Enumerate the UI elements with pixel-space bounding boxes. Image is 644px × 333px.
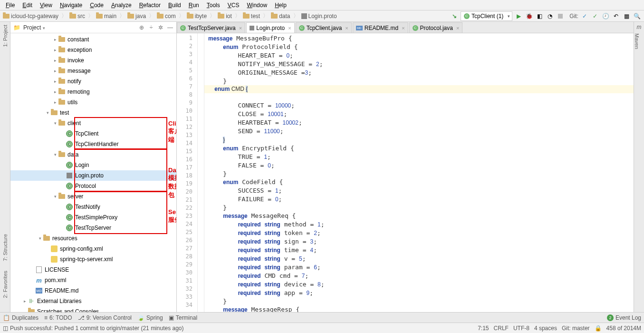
crumb-file[interactable]: Login.proto xyxy=(301,13,337,20)
tree-row-testtcpserver[interactable]: ▸CTestTcpServer xyxy=(10,223,176,233)
status-indent[interactable]: 4 spaces xyxy=(534,325,557,332)
menu-view[interactable]: View xyxy=(36,1,56,10)
tree-row-client[interactable]: ▾client xyxy=(10,118,176,128)
tree-row-protocol[interactable]: ▸CProtocol xyxy=(10,181,176,191)
crumb-root[interactable]: icloud-tcp-gateway〉 xyxy=(3,12,68,20)
status-memory[interactable]: 458 of 2014M xyxy=(606,325,641,332)
vcs-commit-button[interactable]: ✓ xyxy=(591,12,599,20)
vcs-update-button[interactable]: ✓ xyxy=(580,12,589,20)
menu-file[interactable]: File xyxy=(2,1,19,10)
tool-structure[interactable]: 7: Structure xyxy=(2,234,8,261)
run-button[interactable]: ▶ xyxy=(514,12,523,20)
crumb-src[interactable]: src〉 xyxy=(69,12,95,20)
tree-arrow-icon[interactable]: ▸ xyxy=(52,100,58,105)
crumb-test[interactable]: test〉 xyxy=(243,12,270,20)
crumb-data[interactable]: data〉 xyxy=(271,12,300,20)
status-window-icon[interactable]: ◫ xyxy=(3,325,8,332)
hide-icon[interactable]: — xyxy=(167,24,173,31)
tab-readme-md[interactable]: MDREADME.md× xyxy=(353,22,408,33)
crumb-java[interactable]: java〉 xyxy=(127,12,156,20)
code-area[interactable]: message MessageBufPro { enum ProtocolFie… xyxy=(204,33,634,322)
tree-row-constant[interactable]: ▸constant xyxy=(10,34,176,45)
tree-row-remoting[interactable]: ▸remoting xyxy=(10,87,176,97)
tree-arrow-icon[interactable]: ▾ xyxy=(52,152,58,157)
debug-button[interactable]: 🐞 xyxy=(525,12,533,20)
project-tree[interactable]: ▸constant▸exception▸invoke▸message▸notif… xyxy=(10,33,176,322)
tree-row-testnotify[interactable]: ▸CTestNotify xyxy=(10,202,176,212)
tool-terminal[interactable]: ▣ Terminal xyxy=(169,314,197,321)
tree-row-external-libraries[interactable]: ▸⊪External Libraries xyxy=(10,296,176,306)
menu-vcs[interactable]: VCS xyxy=(224,1,243,10)
tab-protocol-java[interactable]: CProtocol.java× xyxy=(409,22,463,33)
vcs-revert-button[interactable]: ↶ xyxy=(612,12,620,20)
tree-arrow-icon[interactable]: ▸ xyxy=(52,69,58,73)
tool-duplicates[interactable]: 📋 Duplicates xyxy=(3,314,38,321)
coverage-button[interactable]: ◧ xyxy=(535,12,544,20)
tree-arrow-icon[interactable]: ▸ xyxy=(22,299,28,304)
status-branch[interactable]: Git: master xyxy=(562,325,590,332)
close-icon[interactable]: × xyxy=(288,25,291,31)
menu-code[interactable]: Code xyxy=(86,1,107,10)
project-structure-button[interactable]: ▦ xyxy=(622,12,631,20)
project-panel-title[interactable]: Project ▾ xyxy=(23,24,135,31)
tab-tcpclient-java[interactable]: CTcpClient.java× xyxy=(296,22,352,33)
tree-row-login[interactable]: ▸CLogin xyxy=(10,160,176,170)
tree-arrow-icon[interactable]: ▸ xyxy=(52,89,58,94)
tree-row-pom-xml[interactable]: ▸mpom.xml xyxy=(10,275,176,285)
tree-row-resources[interactable]: ▾resources xyxy=(10,233,176,244)
menu-window[interactable]: Window xyxy=(243,1,271,10)
lock-icon[interactable]: 🔒 xyxy=(595,325,602,332)
tree-row-data[interactable]: ▾data xyxy=(10,149,176,160)
tree-row-tcpclient[interactable]: ▸CTcpClient xyxy=(10,128,176,139)
stop-button[interactable] xyxy=(556,12,565,20)
tree-row-license[interactable]: ▸LICENSE xyxy=(10,264,176,275)
tree-row-testsimpleproxy[interactable]: ▸CTestSimpleProxy xyxy=(10,212,176,223)
tree-arrow-icon[interactable]: ▸ xyxy=(52,58,58,63)
tree-arrow-icon[interactable]: ▾ xyxy=(37,236,43,241)
tree-row-server[interactable]: ▾server xyxy=(10,191,176,202)
settings-icon[interactable]: ✲ xyxy=(157,24,164,31)
locate-icon[interactable]: ⊕ xyxy=(138,24,145,31)
menu-build[interactable]: Build xyxy=(164,1,185,10)
tree-row-utils[interactable]: ▸utils xyxy=(10,97,176,108)
tree-row-exception[interactable]: ▸exception xyxy=(10,45,176,55)
tree-arrow-icon[interactable]: ▸ xyxy=(52,79,58,84)
close-icon[interactable]: × xyxy=(345,25,348,31)
event-log-button[interactable]: 2 Event Log xyxy=(607,314,641,321)
build-button[interactable]: ↘ xyxy=(450,12,459,20)
search-button[interactable]: 🔍 xyxy=(633,12,641,20)
tool-favorites[interactable]: 2: Favorites xyxy=(2,271,8,298)
menu-run[interactable]: Run xyxy=(185,1,203,10)
tree-arrow-icon[interactable]: ▾ xyxy=(52,194,58,199)
crumb-ibyte[interactable]: ibyte〉 xyxy=(187,12,217,20)
crumb-iot[interactable]: iot〉 xyxy=(218,12,242,20)
tree-row-invoke[interactable]: ▸invoke xyxy=(10,55,176,66)
tree-arrow-icon[interactable]: ▸ xyxy=(52,37,58,42)
menu-analyze[interactable]: Analyze xyxy=(107,1,135,10)
tool-todo[interactable]: ≡ 6: TODO xyxy=(44,314,72,321)
tree-row-message[interactable]: ▸message xyxy=(10,66,176,76)
tab-login-proto[interactable]: Login.proto× xyxy=(246,22,294,33)
status-line-separator[interactable]: CRLF xyxy=(494,325,509,332)
tree-row-tcpclienthandler[interactable]: ▸CTcpClientHandler xyxy=(10,139,176,149)
tool-maven[interactable]: Maven xyxy=(634,33,640,49)
tree-arrow-icon[interactable]: ▸ xyxy=(52,48,58,52)
tree-row-login-proto[interactable]: ▸Login.proto xyxy=(10,170,176,181)
menu-help[interactable]: Help xyxy=(271,1,290,10)
crumb-com[interactable]: com〉 xyxy=(157,12,186,20)
tool-spring[interactable]: 🍃 Spring xyxy=(137,314,163,321)
tree-row-spring-tcp-server-xml[interactable]: ▸spring-tcp-server.xml xyxy=(10,254,176,264)
tree-row-spring-config-xml[interactable]: ▸spring-config.xml xyxy=(10,244,176,254)
menu-navigate[interactable]: Navigate xyxy=(56,1,86,10)
maven-icon[interactable]: m xyxy=(634,24,644,30)
status-encoding[interactable]: UTF-8 xyxy=(513,325,529,332)
tree-row-notify[interactable]: ▸notify xyxy=(10,76,176,87)
tree-row-readme-md[interactable]: ▸MDREADME.md xyxy=(10,285,176,296)
collapse-icon[interactable]: ÷ xyxy=(148,24,154,31)
tab-testtcpserver-java[interactable]: CTestTcpServer.java× xyxy=(177,22,245,33)
close-icon[interactable]: × xyxy=(239,25,242,31)
crumb-main[interactable]: main〉 xyxy=(96,12,126,20)
menu-refactor[interactable]: Refactor xyxy=(135,1,164,10)
tree-arrow-icon[interactable]: ▾ xyxy=(52,121,58,126)
tool-project[interactable]: 1: Project xyxy=(2,25,8,47)
